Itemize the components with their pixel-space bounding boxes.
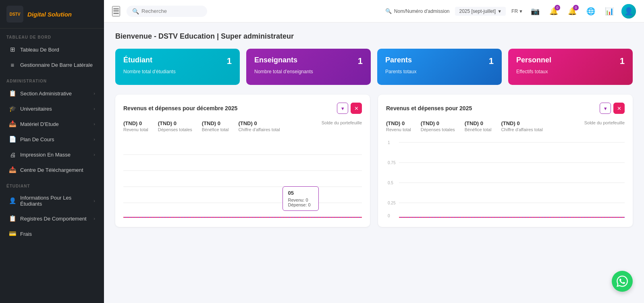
sidebar-label-impression: Impression En Masse [20, 152, 71, 158]
stats-icon: 📊 [605, 7, 614, 16]
sidebar-item-centre[interactable]: 📥 Centre De Téléchargement [2, 163, 102, 177]
download-icon: 📥 [9, 120, 16, 128]
admission-search-icon: 🔍 [385, 8, 392, 14]
stat-card-header-enseignants: Enseignants 1 [254, 56, 363, 66]
svg-text:0.25: 0.25 [388, 201, 396, 205]
search-input[interactable] [141, 8, 194, 14]
plan-icon: 📄 [9, 136, 16, 143]
camera-button[interactable]: 📷 [529, 5, 542, 18]
centre-icon: 📥 [9, 166, 16, 173]
chart-stat-label-revenu-right: Revenu total [386, 127, 411, 132]
charts-row: Revenus et dépenses pour décembre 2025 ▾… [115, 95, 633, 227]
stat-card-subtitle-enseignants: Nombre total d'enseignants [254, 69, 363, 74]
print-icon: 🖨 [9, 151, 16, 158]
header: ☰ 🔍 🔍 Nom/Numéro d'admission 2025 [sept-… [104, 0, 644, 23]
chart-svg-left [123, 138, 362, 219]
admin-icon: 📋 [9, 90, 16, 97]
admission-search[interactable]: 🔍 Nom/Numéro d'admission [385, 8, 450, 14]
hamburger-button[interactable]: ☰ [112, 6, 120, 16]
chevron-right-icon-3: › [93, 122, 95, 126]
sidebar-item-materiel[interactable]: 📥 Matériel D'Etude › [2, 117, 102, 131]
chart-dropdown-button-left[interactable]: ▾ [337, 103, 348, 114]
messages-badge: 0 [573, 5, 579, 10]
chart-svg-right: 1 0.75 0.5 0.25 0 [386, 138, 625, 219]
year-selector[interactable]: 2025 [sept-juillet] ▼ [455, 7, 506, 16]
stat-card-header-personnel: Personnel 1 [516, 56, 625, 66]
main-area: ☰ 🔍 🔍 Nom/Numéro d'admission 2025 [sept-… [104, 0, 644, 303]
chart-close-button-left[interactable]: ✕ [351, 103, 362, 114]
chart-card-left: Revenus et dépenses pour décembre 2025 ▾… [115, 95, 370, 227]
svg-text:0.75: 0.75 [388, 161, 396, 165]
sidebar-item-gestionnaire[interactable]: ≡ Gestionnaire De Barre Latérale [2, 58, 102, 72]
chart-stat-value-revenu-right: (TND) 0 [386, 120, 411, 126]
chart-actions-right: ▾ ✕ [600, 103, 625, 114]
chart-dropdown-button-right[interactable]: ▾ [600, 103, 611, 114]
stat-card-subtitle-parents: Parents totaux [385, 69, 494, 74]
sidebar-item-section-administrative[interactable]: 📋 Section Administrative › [2, 86, 102, 101]
chart-stat-wallet-right: Solde du portefeuille [584, 120, 625, 132]
search-bar[interactable]: 🔍 [127, 6, 207, 17]
chart-stat-depenses-right: (TND) 0 Dépenses totales [421, 120, 455, 132]
sidebar-item-plan-cours[interactable]: 📄 Plan De Cours › [2, 132, 102, 146]
header-right: 🔍 Nom/Numéro d'admission 2025 [sept-juil… [385, 4, 636, 19]
user-avatar[interactable]: 👤 [621, 4, 636, 19]
stat-card-parents: Parents 1 Parents totaux [377, 49, 502, 85]
svg-text:0.5: 0.5 [388, 181, 393, 185]
avatar-image: 👤 [621, 4, 636, 19]
stat-card-count-enseignants: 1 [358, 56, 363, 66]
svg-text:0: 0 [388, 214, 390, 218]
sidebar-item-registres[interactable]: 📋 Registres De Comportement › [2, 211, 102, 226]
search-icon: 🔍 [132, 8, 139, 14]
sidebar-label-materiel: Matériel D'Etude [20, 121, 59, 127]
sidebar-item-frais[interactable]: 💳 Frais [2, 227, 102, 241]
whatsapp-fab[interactable] [612, 271, 633, 292]
chart-stat-value-chiffre-right: (TND) 0 [501, 120, 542, 126]
menu-icon: ≡ [9, 61, 16, 68]
logo-abbr: DSTV [10, 12, 21, 16]
chart-stat-benefice-left: (TND) 0 Bénéfice total [202, 120, 229, 132]
student-icon: 👤 [9, 197, 16, 204]
chart-stat-label-revenu-left: Revenu total [123, 127, 148, 132]
stats-button[interactable]: 📊 [603, 5, 616, 18]
chart-stat-revenu-right: (TND) 0 Revenu total [386, 120, 411, 132]
chart-stat-label-benefice-right: Bénéfice total [465, 127, 492, 132]
globe-button[interactable]: 🌐 [584, 5, 597, 18]
university-icon: 🎓 [9, 105, 16, 112]
messages-button[interactable]: 🔔 0 [566, 5, 579, 18]
stat-cards-grid: Étudiant 1 Nombre total d'étudiants Ense… [115, 49, 633, 85]
stat-card-title-parents: Parents [385, 56, 412, 64]
stat-card-count-etudiant: 1 [227, 56, 232, 66]
notifications-badge: 0 [555, 5, 560, 10]
chart-stat-value-chiffre-left: (TND) 0 [238, 120, 280, 126]
admission-label: Nom/Numéro d'admission [394, 8, 450, 14]
stat-card-subtitle-personnel: Effectifs totaux [516, 69, 625, 74]
chart-close-button-right[interactable]: ✕ [613, 103, 625, 114]
chart-stat-benefice-right: (TND) 0 Bénéfice total [465, 120, 492, 132]
lang-down-icon: ▼ [519, 9, 523, 14]
whatsapp-icon [617, 276, 628, 287]
sidebar-label-registres: Registres De Comportement [20, 216, 87, 222]
logo-title: Digital Solution [27, 11, 72, 18]
grid-icon: ⊞ [9, 46, 16, 53]
sidebar-label-info: Informations Pour Les Étudiants [20, 195, 89, 207]
sidebar-item-informations[interactable]: 👤 Informations Pour Les Étudiants › [2, 191, 102, 210]
chart-stat-label-benefice-left: Bénéfice total [202, 127, 229, 132]
sidebar: DSTV Digital Solution TABLEAU DE BORD ⊞ … [0, 0, 104, 303]
notifications-button[interactable]: 🔔 0 [547, 5, 560, 18]
chart-stat-wallet-label-right: Solde du portefeuille [584, 120, 625, 125]
chart-card-right: Revenus et dépenses pour 2025 ▾ ✕ (TND) … [378, 95, 633, 227]
sidebar-item-impression[interactable]: 🖨 Impression En Masse › [2, 147, 102, 162]
language-selector[interactable]: FR ▼ [511, 8, 523, 14]
year-label: 2025 [sept-juillet] [459, 8, 496, 14]
stat-card-etudiant: Étudiant 1 Nombre total d'étudiants [115, 49, 240, 85]
stat-card-enseignants: Enseignants 1 Nombre total d'enseignants [246, 49, 371, 85]
stat-card-header-etudiant: Étudiant 1 [123, 56, 232, 66]
chart-stat-value-depenses-left: (TND) 0 [158, 120, 192, 126]
chart-stat-chiffre-left: (TND) 0 Chiffre d'affaires total [238, 120, 280, 132]
stat-card-header-parents: Parents 1 [385, 56, 494, 66]
sidebar-section-label-1: TABLEAU DE BORD [0, 29, 104, 42]
sidebar-label-admin: Section Administrative [20, 91, 72, 97]
chart-stat-value-revenu-left: (TND) 0 [123, 120, 148, 126]
sidebar-item-universitaires[interactable]: 🎓 Universitaires › [2, 101, 102, 116]
sidebar-item-tableau-de-bord[interactable]: ⊞ Tableau De Bord [2, 42, 102, 57]
